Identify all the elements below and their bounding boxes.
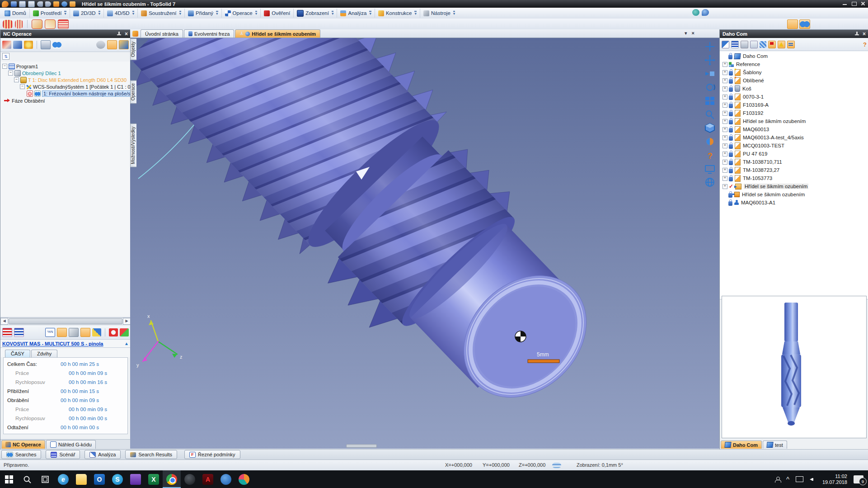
- daho-row-part-ref[interactable]: Hřídel se šikmím ozubením: [720, 190, 868, 199]
- screen-icon[interactable]: [705, 166, 714, 173]
- postprocess-icon[interactable]: [107, 40, 117, 49]
- expand-icon[interactable]: [723, 176, 727, 181]
- expand-icon[interactable]: [723, 86, 727, 91]
- tree-sort-icon[interactable]: [14, 328, 24, 337]
- expand-icon[interactable]: [723, 119, 727, 124]
- expand-icon[interactable]: [723, 160, 727, 165]
- daho-row-root[interactable]: Daho Com: [720, 52, 868, 60]
- flags-icon[interactable]: [120, 328, 129, 336]
- taskbar-search-icon[interactable]: [18, 470, 36, 488]
- filter-icon[interactable]: ⇅: [2, 53, 9, 60]
- expand-icon[interactable]: [723, 103, 727, 108]
- daho-row-kos[interactable]: Koš: [720, 85, 868, 93]
- palette-icon[interactable]: [692, 9, 699, 16]
- menu-2d3d[interactable]: 2D/3D▾: [70, 9, 104, 18]
- dark-app-icon[interactable]: [181, 470, 199, 488]
- zoom-icon[interactable]: [706, 111, 714, 119]
- expand-icon[interactable]: [723, 135, 727, 140]
- copy-icon[interactable]: [19, 1, 26, 7]
- close-icon[interactable]: ×: [863, 31, 866, 37]
- collapse-icon[interactable]: [2, 64, 7, 69]
- daho-row-project[interactable]: TM-1038723,27: [720, 166, 868, 174]
- expand-icon[interactable]: [723, 127, 727, 132]
- tree-row-wcs[interactable]: WCS-SouřadnýSystém 1 [Počátek 1 | C1 : 0…: [0, 83, 131, 90]
- tab-casy[interactable]: ČASY: [5, 350, 30, 357]
- part-view-icon[interactable]: [69, 328, 79, 337]
- swap-arrows-icon[interactable]: [787, 41, 795, 48]
- nc-horizontal-scrollbar[interactable]: ◀ ▶: [0, 317, 131, 325]
- help-icon[interactable]: ?: [863, 41, 867, 48]
- file-explorer-icon[interactable]: [72, 470, 90, 488]
- scenar-button[interactable]: Scénář: [46, 450, 80, 459]
- expand-icon[interactable]: [723, 143, 727, 148]
- tray-expand-icon[interactable]: ^: [786, 475, 789, 483]
- notification-center-icon[interactable]: 9: [854, 475, 863, 483]
- excel-icon[interactable]: X: [145, 470, 163, 488]
- warning-icon[interactable]: [778, 41, 785, 48]
- tab-nc-operace[interactable]: NC Operace: [1, 440, 45, 449]
- eject-icon[interactable]: ▲: [124, 341, 129, 346]
- network-icon[interactable]: [796, 476, 803, 482]
- 3d-viewport[interactable]: x z y 5mm Úvodní stránka Evolventni frez…: [130, 29, 719, 449]
- daho-row-reference[interactable]: Reference: [720, 60, 868, 68]
- side-tab-operace[interactable]: Operace: [130, 80, 136, 104]
- tree-row-part[interactable]: Obrobený Dílec 1: [0, 70, 131, 76]
- daho-row-sablony[interactable]: Šablony: [720, 68, 868, 76]
- daho-row-checked-out[interactable]: Hřídel se šikmím ozubením: [720, 182, 868, 190]
- expand-icon[interactable]: [723, 95, 727, 99]
- menu-zobrazeni[interactable]: Zobrazení▾: [294, 9, 337, 18]
- import-icon[interactable]: [70, 1, 75, 7]
- print-icon[interactable]: [28, 1, 35, 7]
- collision-icon[interactable]: [109, 328, 118, 336]
- tab-gcode-preview[interactable]: Náhled G-kódu: [46, 440, 96, 449]
- daho-row-user[interactable]: MAQ60013-A1: [720, 199, 868, 207]
- daho-row-oblibene[interactable]: Oblíbené: [720, 76, 868, 85]
- machining-icon[interactable]: [13, 41, 22, 49]
- menu-prostredi[interactable]: Prostředí▾: [30, 9, 70, 18]
- menu-soustruzeni[interactable]: Soustružení▾: [138, 9, 185, 18]
- menu-nastroje[interactable]: Nástroje▾: [420, 9, 458, 18]
- menu-operace[interactable]: Operace▾: [222, 9, 261, 18]
- close-button[interactable]: [860, 1, 866, 6]
- wcs-view-icon[interactable]: [92, 328, 101, 336]
- program-view-icon[interactable]: %N: [45, 328, 55, 337]
- simulation-icon[interactable]: [2, 41, 11, 49]
- tab-menu-icon[interactable]: ▾: [685, 30, 687, 36]
- daho-row-project[interactable]: TM-1053773: [720, 174, 868, 182]
- tree-row-program[interactable]: Program1: [0, 63, 131, 70]
- media-app-icon[interactable]: [235, 470, 253, 488]
- refresh-icon[interactable]: [96, 41, 105, 49]
- stock-view-icon[interactable]: [57, 328, 67, 337]
- tab-close-icon[interactable]: ×: [692, 30, 694, 36]
- crosshair-icon[interactable]: [705, 42, 714, 51]
- save-icon[interactable]: [11, 1, 17, 7]
- volume-icon[interactable]: [810, 477, 816, 482]
- print-program-icon[interactable]: [41, 40, 51, 49]
- daho-row-project[interactable]: PU 47 619: [720, 150, 868, 158]
- sync-icon[interactable]: [61, 1, 67, 7]
- expand-icon[interactable]: [723, 111, 727, 116]
- scrollbar-thumb[interactable]: [9, 318, 122, 324]
- acrobat-icon[interactable]: A: [199, 470, 217, 488]
- tree-row-operation[interactable]: 1: Frézování bokem nástroje na ploše/s: [0, 90, 131, 97]
- topsolid-save-icon[interactable]: [127, 470, 145, 488]
- tab-uvodni-stranka[interactable]: Úvodní stránka: [141, 29, 183, 38]
- contour-milling-icon[interactable]: [45, 19, 56, 29]
- collapse-icon[interactable]: [20, 84, 25, 89]
- expand-icon[interactable]: [723, 78, 727, 83]
- side-tab-moznosti[interactable]: Možnosti/Výsledky: [130, 123, 136, 167]
- tab-evolventni-freza[interactable]: Evolventni freza: [184, 29, 234, 38]
- skype-icon[interactable]: S: [108, 470, 127, 488]
- find-icon[interactable]: [52, 41, 61, 49]
- chrome-icon[interactable]: [163, 470, 181, 488]
- scroll-right-icon[interactable]: ▶: [123, 318, 131, 325]
- pan-icon[interactable]: [704, 55, 715, 66]
- gcode-icon[interactable]: [119, 40, 129, 49]
- gear-shaft-3d-view[interactable]: x z y 5mm: [130, 38, 719, 449]
- people-icon[interactable]: [775, 477, 780, 482]
- layout-grid-icon[interactable]: [705, 97, 714, 105]
- analyza-button[interactable]: Analýza: [84, 450, 121, 459]
- gear-hobbing-icon[interactable]: [3, 20, 13, 28]
- wizard-icon[interactable]: [24, 41, 33, 49]
- task-view-icon[interactable]: [36, 470, 54, 488]
